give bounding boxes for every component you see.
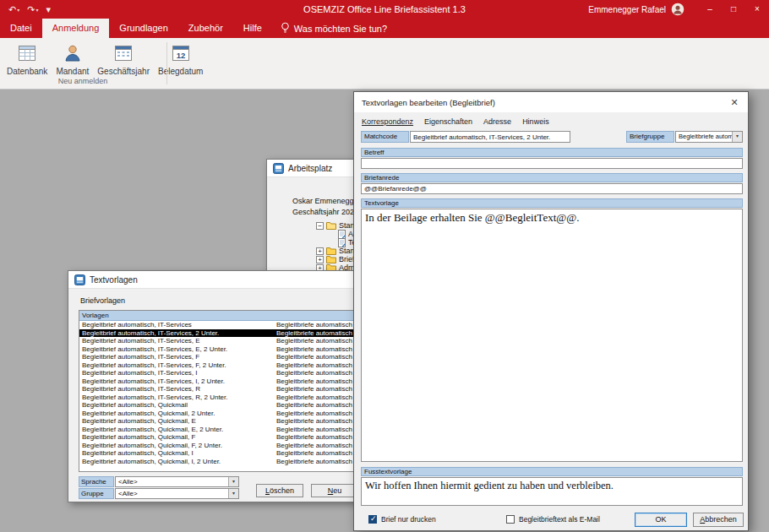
- titlebar-right: Emmenegger Rafael – □ ×: [588, 0, 769, 19]
- vorlage-name: Begleitbrief automatisch, IT-Services, I: [79, 369, 274, 377]
- vorlage-name: Begleitbrief automatisch, Quickmail, F: [79, 433, 274, 442]
- fusstextvorlage-textarea[interactable]: Wir hoffen Ihnen hiermit gedient zu habe…: [361, 477, 743, 506]
- vorlage-name: Begleitbrief automatisch, IT-Services, F…: [79, 361, 274, 370]
- vorlage-name: Begleitbrief automatisch, IT-Services, E: [79, 337, 274, 345]
- begleitbrieftext-email-option[interactable]: Begleitbrieftext als E-Mail: [506, 515, 600, 524]
- undo-dropdown-icon: ▾: [17, 8, 19, 13]
- ribbon-button-geschaeftsjahr[interactable]: Geschäftsjahr: [93, 40, 154, 78]
- brief-nur-drucken-option[interactable]: Brief nur drucken: [368, 515, 436, 524]
- briefgruppe-value: Begleitbriefe automatisch: [676, 132, 732, 142]
- briefgruppe-label: Briefgruppe: [626, 131, 674, 143]
- dialog-close-icon[interactable]: ✕: [721, 92, 748, 112]
- briefgruppe-dropdown[interactable]: Begleitbriefe automatisch ▾: [675, 131, 743, 143]
- dialog-tab-hinweis[interactable]: Hinweis: [522, 117, 549, 126]
- tell-me-label: Was möchten Sie tun?: [294, 24, 387, 34]
- tell-me-box[interactable]: Was möchten Sie tun?: [281, 19, 387, 38]
- ribbon-tab-row: DateiAnmeldungGrundlagenZubehörHilfe Was…: [0, 19, 769, 38]
- dialog-tab-korrespondenz[interactable]: Korrespondenz: [362, 117, 413, 126]
- chevron-down-icon: ▾: [228, 477, 238, 486]
- ribbon-button-mandant[interactable]: Mandant: [52, 40, 93, 78]
- gruppe-dropdown[interactable]: <Alle> ▾: [115, 488, 239, 499]
- vorlage-name: Begleitbrief automatisch, Quickmail, I: [79, 449, 274, 458]
- arbeitsplatz-title: Arbeitsplatz: [288, 164, 332, 173]
- redo-button[interactable]: ↷▾: [27, 4, 38, 15]
- textvorlage-header: Textvorlage: [361, 198, 743, 208]
- calendar-icon: [112, 42, 134, 64]
- vorlage-name: Begleitbrief automatisch, Quickmail, E, …: [79, 426, 274, 434]
- abbrechen-button[interactable]: Abbrechen: [693, 513, 744, 527]
- gruppe-label: Gruppe: [79, 488, 114, 499]
- expand-icon[interactable]: +: [316, 247, 324, 255]
- vorlage-name: Begleitbrief automatisch, IT-Services, R…: [79, 394, 274, 402]
- neu-button[interactable]: Neu: [311, 484, 358, 497]
- dialog-titlebar[interactable]: Textvorlagen bearbeiten (Begleitbrief) ✕: [354, 92, 748, 112]
- minimize-button[interactable]: –: [698, 0, 722, 19]
- ribbon-tab-datei[interactable]: Datei: [0, 19, 42, 38]
- user-avatar-icon[interactable]: [671, 3, 684, 16]
- ribbon-button-label: Geschäftsjahr: [97, 67, 150, 76]
- dialog-tab-strip: KorrespondenzEigenschaftenAdresseHinweis: [362, 117, 549, 126]
- ribbon-group-separator: [166, 42, 167, 84]
- maximize-button[interactable]: □: [722, 0, 745, 19]
- ribbon-tab-zubehoer[interactable]: Zubehör: [178, 19, 233, 38]
- brief-nur-drucken-label: Brief nur drucken: [381, 515, 436, 524]
- textvorlagen-window-icon: [74, 274, 85, 285]
- folder-icon: [326, 247, 336, 255]
- lightbulb-icon: [281, 22, 290, 35]
- textvorlage-textarea[interactable]: In der Beilage erhalten Sie @@BegleitTex…: [361, 209, 743, 462]
- fusstextvorlage-header: Fusstextvorlage: [361, 467, 743, 476]
- titlebar: OSEMZIZ Office Line Briefassistent 1.3 ↶…: [0, 0, 769, 19]
- vorlage-name: Begleitbrief automatisch, Quickmail, I, …: [79, 458, 274, 466]
- ribbon-button-datenbank[interactable]: Datenbank: [3, 40, 52, 78]
- client-icon: [62, 42, 84, 64]
- vorlage-name: Begleitbrief automatisch, IT-Services, F: [79, 353, 274, 361]
- dialog-tab-eigenschaften[interactable]: Eigenschaften: [424, 117, 472, 126]
- calendar-date-icon: 12: [170, 42, 192, 64]
- ribbon-content: DatenbankMandantGeschäftsjahr12Belegdatu…: [0, 38, 769, 90]
- betreff-input[interactable]: [361, 158, 743, 169]
- ok-button[interactable]: OK: [635, 513, 687, 527]
- vorlage-name: Begleitbrief automatisch, IT-Services, 2…: [79, 329, 274, 338]
- sprache-label: Sprache: [79, 476, 114, 487]
- ribbon-button-label: Mandant: [56, 67, 89, 76]
- ribbon-button-label: Belegdatum: [158, 67, 203, 76]
- ribbon-tab-grundlagen[interactable]: Grundlagen: [109, 19, 178, 38]
- chevron-down-icon: ▾: [732, 132, 742, 142]
- sprache-value: <Alle>: [116, 477, 228, 486]
- vorlage-name: Begleitbrief automatisch, IT-Services, E…: [79, 345, 274, 354]
- sprache-dropdown[interactable]: <Alle> ▾: [115, 476, 239, 487]
- briefanrede-input[interactable]: [361, 183, 743, 194]
- ribbon-button-belegdatum[interactable]: 12Belegdatum: [154, 40, 207, 78]
- vorlage-name: Begleitbrief automatisch, IT-Services, R: [79, 385, 274, 394]
- expand-icon[interactable]: +: [316, 256, 324, 263]
- ribbon-tab-hilfe[interactable]: Hilfe: [233, 19, 272, 38]
- vorlage-name: Begleitbrief automatisch, Quickmail: [79, 401, 274, 410]
- briefvorlagen-label: Briefvorlagen: [80, 296, 125, 305]
- begleitbrieftext-email-label: Begleitbrieftext als E-Mail: [519, 515, 600, 524]
- gruppe-value: <Alle>: [116, 489, 228, 498]
- arbeitsplatz-window-icon: [273, 163, 284, 174]
- database-icon: [16, 42, 38, 64]
- collapse-icon[interactable]: −: [316, 222, 324, 230]
- matchcode-input[interactable]: [410, 131, 570, 143]
- ribbon-group-label: Neu anmelden: [0, 77, 166, 85]
- vorlage-name: Begleitbrief automatisch, IT-Services: [79, 321, 274, 329]
- undo-button[interactable]: ↶▾: [8, 4, 19, 15]
- ribbon-tab-anmeldung[interactable]: Anmeldung: [42, 19, 110, 38]
- qat-customize-button[interactable]: ▾: [46, 4, 51, 15]
- matchcode-label: Matchcode: [361, 131, 409, 143]
- document-edit-icon: [338, 238, 346, 247]
- vorlage-name: Begleitbrief automatisch, Quickmail, E: [79, 417, 274, 426]
- ribbon-button-label: Datenbank: [7, 67, 47, 76]
- briefanrede-header: Briefanrede: [361, 173, 743, 182]
- ribbon-tab-strip: DateiAnmeldungGrundlagenZubehörHilfe: [0, 19, 272, 38]
- close-button[interactable]: ×: [745, 0, 769, 19]
- brief-nur-drucken-checkbox[interactable]: [368, 515, 377, 524]
- fiscal-year-label: Geschäftsjahr 2023: [292, 208, 358, 216]
- loeschen-button[interactable]: Löschen: [256, 484, 303, 497]
- vorlage-name: Begleitbrief automatisch, Quickmail, F, …: [79, 442, 274, 450]
- begleitbrieftext-email-checkbox[interactable]: [506, 515, 515, 524]
- vorlage-name: Begleitbrief automatisch, IT-Services, I…: [79, 377, 274, 386]
- dialog-tab-adresse[interactable]: Adresse: [483, 117, 511, 126]
- textvorlagen-title: Textvorlagen: [90, 275, 138, 285]
